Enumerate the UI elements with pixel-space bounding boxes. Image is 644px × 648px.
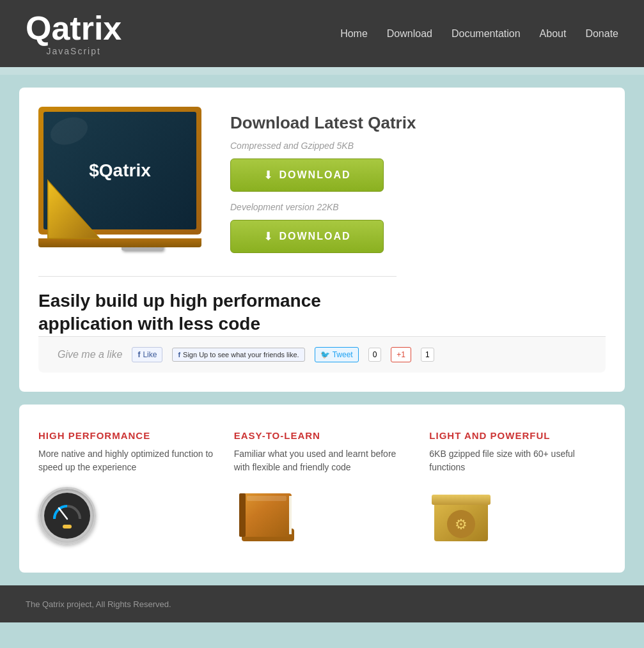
logo-area: Qatrix JavaScript (26, 12, 122, 56)
feature-desc-2: Familiar what you used and learnt before… (234, 447, 411, 474)
svg-rect-7 (247, 496, 287, 501)
chalkboard-illustration: $Qatrix (38, 107, 205, 247)
download-button-2[interactable]: ⬇ DOWNLOAD (230, 220, 384, 253)
svg-rect-9 (432, 495, 491, 505)
twitter-icon: 🐦 (320, 350, 330, 359)
nav-home[interactable]: Home (340, 28, 368, 40)
feature-title-3: LIGHT AND POWERFUL (429, 430, 606, 441)
nav-about[interactable]: About (540, 28, 567, 40)
social-label: Give me a like (58, 349, 122, 360)
chalkboard-frame: $Qatrix (38, 107, 201, 235)
main-content: $Qatrix (0, 75, 644, 585)
feature-high-performance: HIGH PERFORMANCE More native and highly … (38, 430, 215, 547)
svg-marker-1 (48, 181, 99, 238)
feature-title-1: HIGH PERFORMANCE (38, 430, 215, 441)
feature-title-2: EASY-TO-LEARN (234, 430, 411, 441)
features-card: HIGH PERFORMANCE More native and highly … (19, 405, 625, 573)
download-arrow-icon-2: ⬇ (263, 229, 273, 243)
facebook-friends-button[interactable]: f Sign Up to see what your friends like. (172, 348, 304, 362)
hero-headline: Easily build up high performance applica… (38, 276, 397, 336)
download-section: Download Latest Qatrix Compressed and Gz… (230, 107, 606, 263)
hero-image: $Qatrix (38, 107, 205, 247)
logo-tagline: JavaScript (26, 46, 122, 56)
speedometer-inner (44, 493, 90, 539)
download-arrow-icon-1: ⬇ (263, 168, 273, 182)
nav-download[interactable]: Download (387, 28, 432, 40)
color-band (0, 67, 644, 75)
speedometer-gauge (51, 503, 83, 522)
facebook-icon: f (137, 350, 140, 359)
svg-rect-5 (239, 493, 246, 537)
feature-easy-to-learn: EASY-TO-LEARN Familiar what you used and… (234, 430, 411, 547)
tweet-button[interactable]: 🐦 Tweet (315, 347, 359, 362)
download-title: Download Latest Qatrix (230, 113, 606, 133)
logo: Qatrix (26, 12, 122, 45)
dev-version-label: Development version 22KB (230, 202, 606, 212)
footer-text: The Qatrix project, All Rights Reserved. (26, 599, 171, 609)
tweet-count: 0 (368, 348, 382, 362)
svg-rect-6 (289, 496, 292, 534)
social-bar: Give me a like f Like f Sign Up to see w… (38, 336, 606, 373)
box-icon: ⚙ (429, 487, 606, 547)
box-svg: ⚙ (429, 487, 493, 544)
footer: The Qatrix project, All Rights Reserved. (0, 585, 644, 622)
feature-light-powerful: LIGHT AND POWERFUL 6KB gzipped file size… (429, 430, 606, 547)
book-icon (234, 487, 292, 538)
gplus-button[interactable]: +1 (391, 347, 411, 362)
nav-documentation[interactable]: Documentation (452, 28, 521, 40)
gplus-count: 1 (421, 348, 434, 362)
speedometer-icon (38, 487, 96, 544)
header: Qatrix JavaScript Home Download Document… (0, 0, 644, 67)
features-grid: HIGH PERFORMANCE More native and highly … (38, 430, 606, 547)
book-svg (234, 487, 298, 544)
download-button-1[interactable]: ⬇ DOWNLOAD (230, 158, 384, 192)
facebook-logo-icon: f (178, 351, 180, 359)
compressed-label: Compressed and Gzipped 5KB (230, 141, 606, 151)
download-btn-text-2: DOWNLOAD (279, 231, 351, 242)
download-btn-text-1: DOWNLOAD (279, 169, 351, 181)
svg-line-2 (59, 508, 67, 519)
facebook-like-button[interactable]: f Like (132, 347, 162, 362)
hero-card: $Qatrix (19, 88, 625, 392)
feature-desc-3: 6KB gzipped file size with 60+ useful fu… (429, 447, 606, 474)
speed-dot (63, 525, 72, 528)
triangle-ruler-icon (45, 178, 102, 242)
hero-top: $Qatrix (38, 107, 606, 263)
svg-text:⚙: ⚙ (455, 516, 467, 532)
feature-desc-1: More native and highly optimized functio… (38, 447, 215, 474)
nav: Home Download Documentation About Donate (340, 28, 618, 40)
nav-donate[interactable]: Donate (585, 28, 618, 40)
